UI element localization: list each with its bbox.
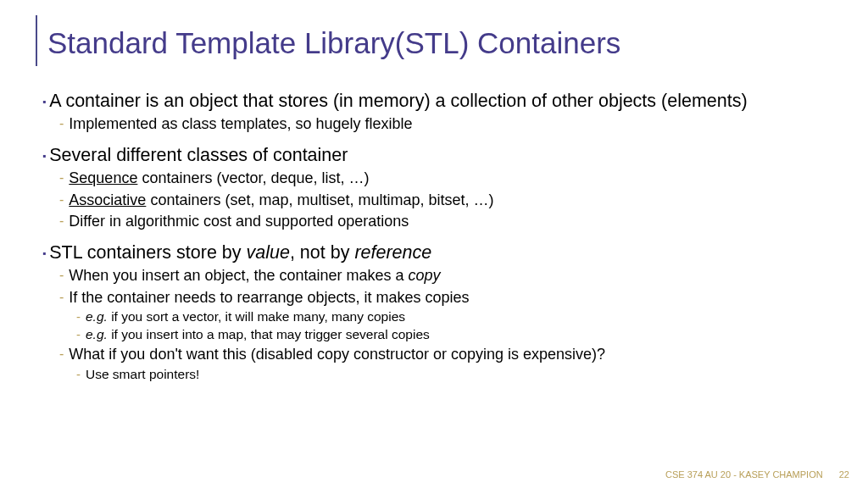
square-bullet-icon: ▪ <box>42 150 46 162</box>
sub2-bullet-insert-map: - e.g. if you insert into a map, that ma… <box>76 326 826 343</box>
sub-bullet-associative: - Associative containers (set, map, mult… <box>59 191 826 210</box>
bullet-store-by-value: ▪ STL containers store by value, not by … <box>42 241 826 264</box>
sub2-bullet-smart-ptr: - Use smart pointers! <box>76 366 826 383</box>
dash-icon: - <box>59 170 64 186</box>
dash-icon: - <box>59 347 64 362</box>
sub-text: Associative containers (set, map, multis… <box>69 191 493 210</box>
sub-text: Differ in algorithmic cost and supported… <box>69 212 409 231</box>
dash-icon: - <box>59 192 64 208</box>
bullet-container-defn: ▪ A container is an object that stores (… <box>42 90 826 113</box>
sub2-text: e.g. if you sort a vector, it will make … <box>86 308 405 325</box>
sub-bullet-sequence: - Sequence containers (vector, deque, li… <box>59 169 826 188</box>
sub2-text: e.g. if you insert into a map, that may … <box>86 326 430 343</box>
sub-text: If the container needs to rearrange obje… <box>69 288 469 308</box>
sub2-text: Use smart pointers! <box>86 366 199 383</box>
sub-text: What if you don't want this (disabled co… <box>69 345 605 364</box>
slide-footer: CSE 374 AU 20 - KASEY CHAMPION 22 <box>665 469 849 480</box>
bullet-classes: ▪ Several different classes of container <box>42 144 826 167</box>
square-bullet-icon: ▪ <box>42 96 46 108</box>
dash-icon: - <box>59 116 64 131</box>
sub-bullet-insert-copy: - When you insert an object, the contain… <box>59 266 826 286</box>
footer-page-number: 22 <box>839 469 849 480</box>
sub2-bullet-sort-vector: - e.g. if you sort a vector, it will mak… <box>76 308 826 325</box>
slide-title: Standard Template Library(STL) Container… <box>47 15 826 66</box>
slide-content: ▪ A container is an object that stores (… <box>36 90 826 383</box>
dash-icon: - <box>59 214 64 229</box>
sub-text: When you insert an object, the container… <box>69 266 440 286</box>
bullet-text: A container is an object that stores (in… <box>49 90 747 113</box>
bullet-text: Several different classes of container <box>49 144 348 167</box>
sub-text: Sequence containers (vector, deque, list… <box>69 169 369 188</box>
footer-course: CSE 374 AU 20 - KASEY CHAMPION <box>665 469 823 480</box>
dash-icon: - <box>76 327 81 341</box>
square-bullet-icon: ▪ <box>42 247 46 259</box>
sub-bullet-whatif: - What if you don't want this (disabled … <box>59 345 826 364</box>
dash-icon: - <box>76 367 81 381</box>
sub-bullet-rearrange: - If the container needs to rearrange ob… <box>59 288 826 308</box>
bullet-text: STL containers store by value, not by re… <box>49 241 431 264</box>
dash-icon: - <box>59 290 64 305</box>
dash-icon: - <box>76 309 81 324</box>
sub-text: Implemented as class templates, so hugel… <box>69 114 412 134</box>
dash-icon: - <box>59 268 64 283</box>
slide: Standard Template Library(STL) Container… <box>0 0 868 488</box>
sub-bullet: - Implemented as class templates, so hug… <box>59 114 826 134</box>
title-wrap: Standard Template Library(STL) Container… <box>36 15 826 66</box>
sub-bullet-differ: - Differ in algorithmic cost and support… <box>59 212 826 231</box>
